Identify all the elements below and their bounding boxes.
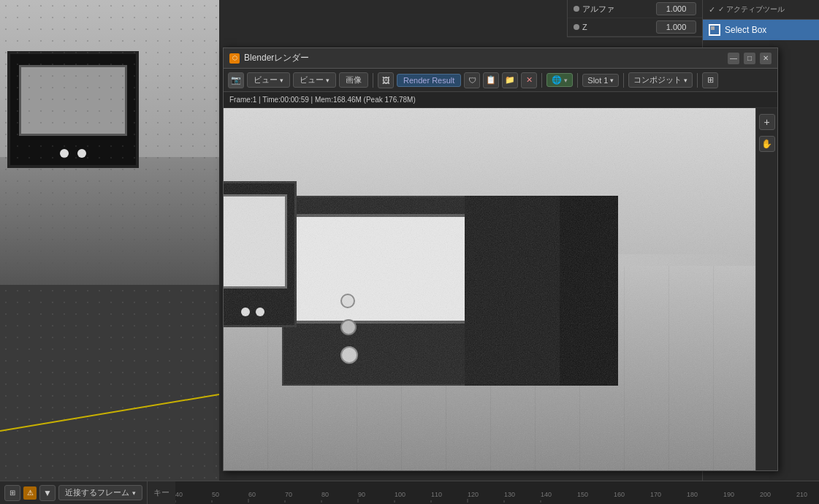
z-row: Z 1.000: [568, 18, 702, 37]
composite-dropdown[interactable]: コンポジット ▾: [628, 72, 693, 88]
slot-dropdown[interactable]: Slot 1 ▾: [582, 74, 619, 87]
select-box-label: Select Box: [725, 25, 766, 35]
copy-icon-btn[interactable]: 📋: [483, 72, 499, 88]
view2-chevron-icon: ▾: [326, 77, 329, 84]
z-label: Z: [582, 23, 653, 31]
z-value[interactable]: 1.000: [656, 20, 696, 34]
image-dropdown[interactable]: 画像: [339, 72, 368, 88]
select-box-icon: [709, 24, 720, 36]
active-tool-header: ✓ ✓ アクティブツール: [703, 0, 819, 20]
render-side-panel: + ✋: [755, 108, 777, 470]
render-icon[interactable]: 🖼: [378, 72, 394, 88]
view2-dropdown[interactable]: ビュー ▾: [293, 72, 336, 88]
timeline-ruler[interactable]: 40 50 60 70 80 90 100 110 120 130 140 15…: [175, 481, 819, 504]
z-dot: [574, 24, 579, 30]
render-content: + ✋: [224, 108, 777, 470]
separator-3: [577, 73, 578, 88]
alpha-dot: [574, 6, 579, 12]
render-status-bar: Frame:1 | Time:00:00:59 | Mem:168.46M (P…: [224, 92, 777, 108]
separator-1: [373, 73, 373, 88]
svg-line-0: [0, 394, 219, 431]
close-button[interactable]: ✕: [760, 53, 772, 64]
screen-capture-btn[interactable]: ⊞: [4, 485, 20, 501]
render-status-text: Frame:1 | Time:00:00:59 | Mem:168.46M (P…: [229, 96, 416, 104]
noise-overlay: [0, 0, 219, 285]
ruler-ticks-svg: [175, 481, 819, 503]
properties-panel: アルファ 1.000 Z 1.000: [567, 0, 702, 37]
hand-tool-icon-btn[interactable]: ✋: [759, 136, 775, 152]
composite-label: コンポジット: [633, 75, 682, 85]
blender-logo-icon: ⬡: [229, 53, 240, 64]
globe-chevron-icon: ▾: [564, 77, 568, 84]
near-frame-btn[interactable]: 近接するフレーム ▾: [58, 485, 142, 500]
slot-chevron-icon: ▾: [610, 77, 614, 84]
render-window-title: Blenderレンダー: [244, 52, 723, 64]
key-label: キー: [148, 487, 175, 498]
view-dropdown[interactable]: ビュー ▾: [247, 72, 290, 88]
animation-curve: [0, 285, 219, 481]
separator-4: [623, 73, 624, 88]
active-tool-label: ✓ アクティブツール: [718, 4, 785, 15]
composite-chevron-icon: ▾: [684, 77, 687, 84]
overlay-icon-btn[interactable]: ⊞: [702, 72, 718, 88]
alpha-value[interactable]: 1.000: [656, 2, 696, 15]
slot-label: Slot 1: [587, 76, 608, 85]
grain-overlay: [224, 108, 777, 470]
bg-viewport-bottom: [0, 285, 219, 481]
select-box-item[interactable]: Select Box: [703, 20, 819, 40]
zoom-in-icon-btn[interactable]: +: [759, 114, 775, 130]
near-frame-label: 近接するフレーム: [65, 487, 129, 498]
ruler-marks-container: 40 50 60 70 80 90 100 110 120 130 140 15…: [175, 481, 819, 503]
near-frame-chevron-icon: ▾: [132, 489, 136, 497]
alpha-row: アルファ 1.000: [568, 0, 702, 18]
checkmark-icon: ✓: [709, 5, 715, 15]
separator-5: [697, 73, 698, 88]
shield-icon-btn[interactable]: 🛡: [464, 72, 480, 88]
view2-label: ビュー: [300, 75, 324, 85]
render-result-tag[interactable]: Render Result: [397, 74, 461, 87]
color-space-btn[interactable]: 🌐 ▾: [546, 73, 573, 87]
main-container: アルファ 1.000 Z 1.000 ✓ ✓ アクティブツール Select B…: [0, 0, 819, 504]
separator-2: [541, 73, 542, 88]
timeline-left-controls: ⊞ ⚠ ▼ 近接するフレーム ▾: [0, 481, 148, 504]
minimize-button[interactable]: —: [728, 53, 739, 64]
camera-icon-btn[interactable]: 📷: [228, 72, 244, 88]
alpha-label: アルファ: [582, 4, 653, 15]
view-chevron-icon: ▾: [280, 77, 283, 84]
render-titlebar: ⬡ Blenderレンダー — □ ✕: [224, 48, 777, 69]
view-label: ビュー: [254, 75, 278, 85]
folder-icon-btn[interactable]: 📁: [502, 72, 518, 88]
bg-viewport-top: [0, 0, 219, 285]
globe-icon: 🌐: [552, 75, 562, 85]
timeline-bar: ⊞ ⚠ ▼ 近接するフレーム ▾ キー 40 50: [0, 481, 819, 504]
maximize-button[interactable]: □: [744, 53, 755, 64]
filter-btn[interactable]: ▼: [39, 485, 56, 501]
render-toolbar: 📷 ビュー ▾ ビュー ▾ 画像 🖼 Render Result: [224, 69, 777, 92]
render-close-btn[interactable]: ✕: [521, 72, 537, 88]
render-result-label: Render Result: [403, 76, 454, 85]
image-label: 画像: [346, 75, 362, 85]
warning-icon: ⚠: [23, 486, 37, 500]
render-window: ⬡ Blenderレンダー — □ ✕ 📷 ビュー ▾ ビュー ▾: [223, 47, 778, 471]
